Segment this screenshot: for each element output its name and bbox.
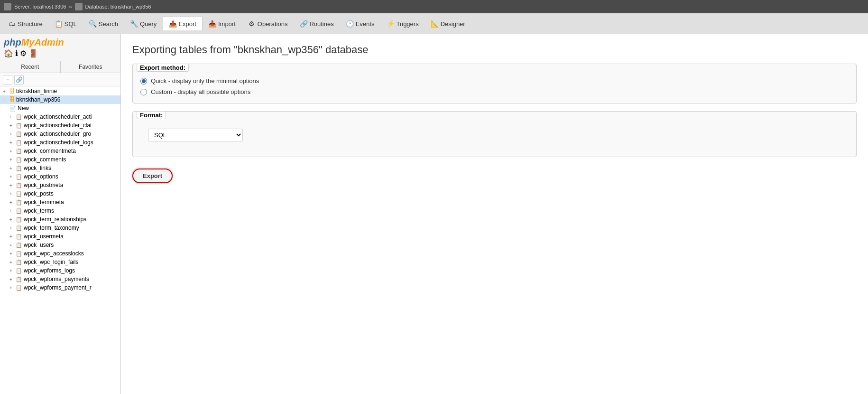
list-item[interactable]: + 📋 wpck_comments	[0, 155, 120, 164]
list-item[interactable]: + 📋 wpck_wpforms_payment_r	[0, 283, 120, 292]
export-method-body: Quick - display only the minimal options…	[133, 72, 856, 103]
home-icon[interactable]: 🏠	[4, 49, 13, 58]
format-legend: Format:	[137, 111, 166, 119]
tab-structure-label: Structure	[18, 20, 43, 28]
radio-group-export-method: Quick - display only the minimal options…	[140, 77, 849, 95]
list-item[interactable]: + 📋 wpck_wpforms_payments	[0, 275, 120, 283]
list-item[interactable]: + 📋 wpck_users	[0, 241, 120, 249]
table-expand-icon: +	[9, 131, 14, 137]
operations-icon: ⚙	[248, 20, 256, 28]
tab-events[interactable]: 🕐 Events	[340, 17, 381, 30]
sidebar-item-new[interactable]: 📄 New	[0, 104, 120, 113]
radio-quick-input[interactable]	[140, 78, 147, 84]
breadcrumb-arrow: »	[69, 4, 72, 9]
list-item[interactable]: + 📋 wpck_actionscheduler_gro	[0, 130, 120, 138]
table-expand-icon: +	[9, 234, 14, 239]
tab-import-label: Import	[218, 20, 236, 28]
sidebar: phpMyAdmin 🏠 ℹ ⚙ 🚪 Recent Favorites − 🔗	[0, 34, 121, 394]
table-expand-icon: +	[9, 166, 14, 171]
table-icon: 📋	[16, 157, 22, 163]
list-item[interactable]: + 📋 wpck_commentmeta	[0, 147, 120, 155]
query-icon: 🔧	[130, 20, 138, 28]
pma-logo-area: phpMyAdmin 🏠 ℹ ⚙ 🚪	[4, 37, 64, 58]
link-button[interactable]: 🔗	[14, 75, 24, 84]
tab-routines-label: Routines	[309, 20, 333, 28]
gear-icon[interactable]: ⚙	[20, 49, 27, 58]
info-icon[interactable]: ℹ	[15, 49, 18, 58]
table-icon: 📋	[16, 285, 22, 291]
table-name: wpck_wpforms_logs	[24, 267, 75, 274]
db-item-bknskhan-linnie[interactable]: + 🗄 bknskhan_linnie	[0, 87, 120, 95]
db-item-bknskhan-wp356[interactable]: − 🗄 bknskhan_wp356	[0, 95, 120, 104]
radio-quick-text: Quick - display only the minimal options	[151, 77, 259, 84]
table-name: wpck_actionscheduler_logs	[24, 139, 93, 146]
table-name: wpck_term_relationships	[24, 216, 86, 223]
tab-designer[interactable]: 📐 Designer	[425, 17, 471, 30]
table-icon: 📋	[16, 268, 22, 274]
list-item[interactable]: + 📋 wpck_usermeta	[0, 232, 120, 241]
table-icon: 📋	[16, 225, 22, 231]
content-area: Exporting tables from "bknskhan_wp356" d…	[121, 34, 868, 394]
radio-quick-label[interactable]: Quick - display only the minimal options	[140, 77, 849, 84]
list-item[interactable]: + 📋 wpck_actionscheduler_clai	[0, 121, 120, 130]
database-label: Database: bknskhan_wp356	[85, 4, 151, 9]
table-name: wpck_commentmeta	[24, 148, 76, 154]
table-name: wpck_actionscheduler_clai	[24, 122, 92, 129]
sidebar-tools: − 🔗	[0, 73, 120, 87]
designer-icon: 📐	[431, 20, 439, 28]
tab-structure[interactable]: 🗂 Structure	[2, 17, 49, 30]
export-button[interactable]: Export	[132, 169, 173, 183]
sidebar-tab-recent[interactable]: Recent	[0, 61, 61, 73]
list-item[interactable]: + 📋 wpck_wpc_login_fails	[0, 258, 120, 266]
collapse-all-button[interactable]: −	[3, 75, 12, 84]
db-tree[interactable]: + 🗄 bknskhan_linnie − 🗄 bknskhan_wp356 📄…	[0, 87, 120, 394]
list-item[interactable]: + 📋 wpck_links	[0, 164, 120, 172]
list-item[interactable]: + 📋 wpck_term_taxonomy	[0, 224, 120, 232]
tab-import[interactable]: 📥 Import	[203, 17, 242, 30]
export-icon: 📤	[169, 20, 176, 28]
export-method-section: Export method: Quick - display only the …	[132, 64, 857, 103]
tab-export[interactable]: 📤 Export	[163, 17, 203, 30]
sidebar-tab-favorites[interactable]: Favorites	[61, 61, 121, 73]
tab-search[interactable]: 🔍 Search	[83, 17, 124, 30]
table-name: wpck_postmeta	[24, 182, 63, 188]
tab-triggers[interactable]: ⚡ Triggers	[380, 17, 425, 30]
list-item[interactable]: + 📋 wpck_postmeta	[0, 181, 120, 189]
radio-custom-input[interactable]	[140, 89, 147, 95]
list-item[interactable]: + 📋 wpck_terms	[0, 206, 120, 215]
table-icon: 📋	[16, 199, 22, 206]
table-expand-icon: +	[9, 217, 14, 222]
list-item[interactable]: + 📋 wpck_wpc_accesslocks	[0, 249, 120, 258]
radio-custom-label[interactable]: Custom - display all possible options	[140, 88, 849, 95]
format-select[interactable]: SQL	[148, 129, 243, 141]
exit-icon[interactable]: 🚪	[28, 49, 38, 58]
sql-icon: 📋	[55, 20, 63, 28]
tab-routines[interactable]: 🔗 Routines	[294, 17, 340, 30]
server-label: Server: localhost:3306	[14, 4, 66, 9]
table-name: wpck_terms	[24, 207, 54, 214]
list-item[interactable]: + 📋 wpck_term_relationships	[0, 215, 120, 224]
toggle-collapse-icon: −	[3, 97, 8, 103]
db-name-bknskhan-linnie: bknskhan_linnie	[16, 88, 57, 94]
list-item[interactable]: + 📋 wpck_termmeta	[0, 198, 120, 206]
routines-icon: 🔗	[300, 20, 307, 28]
list-item[interactable]: + 📋 wpck_actionscheduler_logs	[0, 138, 120, 147]
list-item[interactable]: + 📋 wpck_posts	[0, 189, 120, 198]
table-name: wpck_wpforms_payment_r	[24, 284, 92, 291]
table-expand-icon: +	[9, 157, 14, 162]
tab-search-label: Search	[99, 20, 118, 28]
table-expand-icon: +	[9, 140, 14, 145]
tab-sql[interactable]: 📋 SQL	[49, 17, 83, 30]
tab-query[interactable]: 🔧 Query	[124, 17, 163, 30]
table-name: wpck_users	[24, 242, 54, 248]
tab-operations[interactable]: ⚙ Operations	[242, 17, 294, 30]
list-item[interactable]: + 📋 wpck_wpforms_logs	[0, 266, 120, 275]
table-icon: 📋	[16, 174, 22, 180]
table-name: wpck_wpc_login_fails	[24, 259, 78, 265]
list-item[interactable]: + 📋 wpck_actionscheduler_acti	[0, 113, 120, 121]
table-expand-icon: +	[9, 208, 14, 214]
browser-bar: Server: localhost:3306 » Database: bknsk…	[0, 0, 868, 13]
table-name: wpck_usermeta	[24, 233, 64, 240]
list-item[interactable]: + 📋 wpck_options	[0, 172, 120, 181]
tab-sql-label: SQL	[65, 20, 77, 28]
